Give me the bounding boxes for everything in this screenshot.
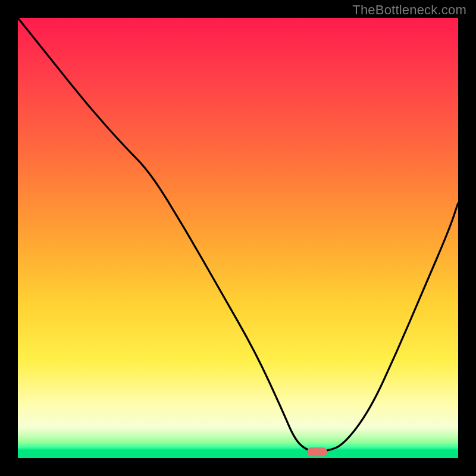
optimal-marker [307,447,327,456]
bottleneck-curve [18,18,458,458]
chart-frame: TheBottleneck.com [0,0,476,476]
watermark-text: TheBottleneck.com [352,2,466,18]
plot-area [18,18,458,458]
